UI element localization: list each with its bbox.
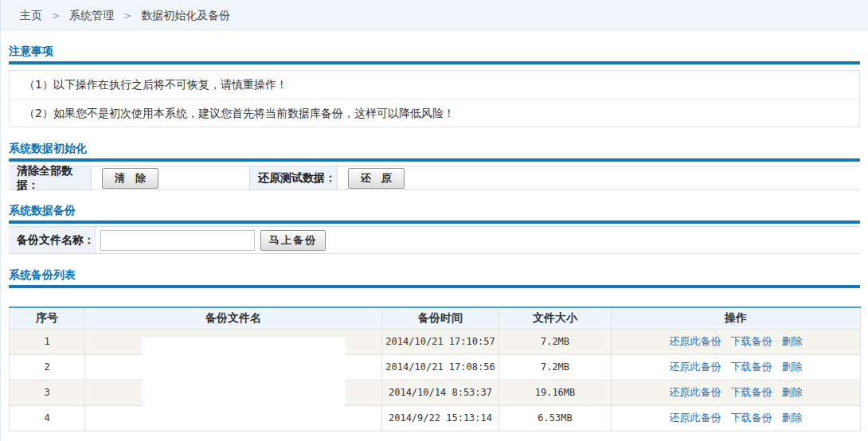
init-section-title: 系统数据初始化 [9, 142, 860, 154]
row-index-cell: 4 [10, 405, 85, 431]
download-backup-link[interactable]: 下载备份 [731, 386, 772, 398]
column-header: 文件大小 [499, 307, 612, 329]
notice-item: （2）如果您不是初次使用本系统，建议您首先将当前数据库备份，这样可以降低风险！ [10, 99, 859, 127]
delete-link[interactable]: 删除 [782, 386, 803, 398]
notice-section-title: 注意事项 [9, 45, 860, 57]
section-divider [9, 158, 860, 162]
actions-cell: 还原此备份下载备份删除 [612, 354, 861, 380]
backup-time-cell: 2014/10/14 8:53:37 [382, 380, 499, 405]
column-header: 操作 [612, 307, 861, 329]
restore-button[interactable]: 还 原 [348, 168, 405, 189]
column-header: 序号 [10, 307, 85, 329]
download-backup-link[interactable]: 下载备份 [731, 412, 772, 423]
column-header: 备份时间 [382, 307, 499, 329]
section-divider [9, 285, 860, 288]
file-size-cell: 7.2MB [499, 354, 612, 380]
download-backup-link[interactable]: 下载备份 [731, 335, 772, 347]
breadcrumb-separator: > [52, 10, 60, 21]
backup-table-header-row: 序号备份文件名备份时间文件大小操作 [10, 307, 861, 329]
file-size-cell: 7.2MB [499, 329, 612, 354]
delete-link[interactable]: 删除 [782, 335, 803, 347]
breadcrumb-separator: > [123, 10, 131, 21]
backup-section-title: 系统数据备份 [9, 204, 860, 217]
clear-button-cell: 清 除 [91, 166, 249, 189]
section-divider [9, 61, 860, 64]
backup-table-body: 12014/10/21 17:10:577.2MB还原此备份下载备份删除2201… [10, 329, 861, 431]
backup-time-cell: 2014/10/21 17:08:56 [382, 354, 499, 380]
delete-link[interactable]: 删除 [782, 412, 803, 423]
row-index-cell: 2 [10, 354, 85, 380]
table-row: 32014/10/14 8:53:3719.16MB还原此备份下载备份删除 [10, 380, 861, 405]
section-divider [9, 220, 860, 224]
row-index-cell: 3 [10, 380, 85, 405]
breadcrumb-item-1[interactable]: 主页 [20, 9, 42, 21]
main-content: 注意事项 （1）以下操作在执行之后将不可恢复，请慎重操作！（2）如果您不是初次使… [1, 45, 868, 431]
row-index-cell: 1 [10, 329, 85, 354]
backup-time-cell: 2014/10/21 17:10:57 [382, 329, 499, 354]
actions-cell: 还原此备份下载备份删除 [612, 329, 861, 354]
list-section-title: 系统备份列表 [9, 268, 860, 281]
page: { "breadcrumb": { "separator": ">", "ite… [0, 0, 868, 441]
restore-button-cell: 还 原 [337, 166, 860, 189]
redaction-overlay [143, 338, 346, 410]
backup-time-cell: 2014/9/22 15:13:14 [382, 405, 499, 431]
backup-now-button[interactable]: 马上备份 [260, 230, 326, 251]
backup-form-row: 备份文件名称： 马上备份 [9, 226, 860, 254]
clear-data-label: 清除全部数据： [9, 166, 91, 189]
column-header: 备份文件名 [85, 307, 382, 329]
restore-test-data-label: 还原测试数据： [249, 166, 337, 189]
delete-link[interactable]: 删除 [782, 361, 803, 373]
table-row: 42014/9/22 15:13:146.53MB还原此备份下载备份删除 [10, 405, 861, 431]
backup-filename-label: 备份文件名称： [9, 227, 95, 253]
file-size-cell: 6.53MB [499, 405, 612, 431]
backup-filename-input[interactable] [100, 230, 255, 251]
download-backup-link[interactable]: 下载备份 [731, 361, 772, 373]
restore-backup-link[interactable]: 还原此备份 [670, 386, 721, 398]
restore-backup-link[interactable]: 还原此备份 [670, 361, 721, 373]
clear-button[interactable]: 清 除 [102, 168, 158, 189]
actions-cell: 还原此备份下载备份删除 [612, 405, 861, 431]
notice-item: （1）以下操作在执行之后将不可恢复，请慎重操作！ [10, 71, 859, 99]
table-row: 22014/10/21 17:08:567.2MB还原此备份下载备份删除 [10, 354, 861, 380]
file-size-cell: 19.16MB [499, 380, 612, 405]
init-action-row: 清除全部数据： 清 除 还原测试数据： 还 原 [9, 166, 860, 190]
notice-list: （1）以下操作在执行之后将不可恢复，请慎重操作！（2）如果您不是初次使用本系统，… [9, 70, 860, 127]
breadcrumb-item-2[interactable]: 系统管理 [69, 9, 114, 21]
breadcrumb: 主页>系统管理>数据初始化及备份 [1, 0, 868, 30]
backup-table: 序号备份文件名备份时间文件大小操作 12014/10/21 17:10:577.… [9, 306, 861, 431]
restore-backup-link[interactable]: 还原此备份 [670, 335, 721, 347]
table-row: 12014/10/21 17:10:577.2MB还原此备份下载备份删除 [10, 329, 861, 354]
actions-cell: 还原此备份下载备份删除 [612, 380, 861, 405]
backup-field-cell: 马上备份 [95, 227, 860, 253]
restore-backup-link[interactable]: 还原此备份 [670, 412, 721, 423]
breadcrumb-item-3: 数据初始化及备份 [141, 9, 230, 21]
